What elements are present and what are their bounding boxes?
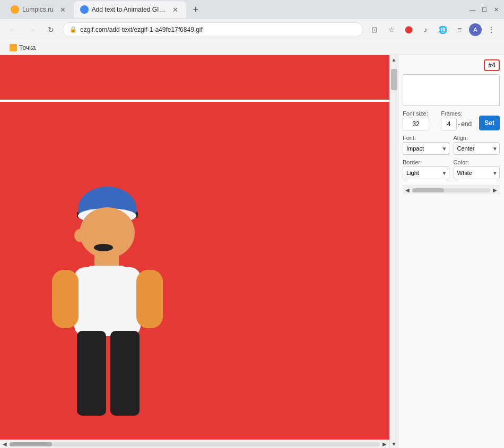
right-panel: #4 Font size: Frames: - end — [398, 55, 504, 448]
panel-scrollbar[interactable]: ◀ ▶ — [403, 186, 500, 194]
toolbar-icons: ⊡ ☆ ⬤ ♪ 🌐 ≡ A ⋮ — [367, 22, 499, 37]
menu-icon[interactable]: ≡ — [452, 22, 467, 37]
font-size-input[interactable] — [403, 118, 429, 130]
font-align-row: Font: Impact Arial Times New Roman ▼ Ali… — [403, 135, 500, 155]
svg-point-4 — [74, 229, 85, 242]
font-col: Font: Impact Arial Times New Roman ▼ — [403, 135, 449, 155]
tab-lumpics[interactable]: Lumpics.ru ✕ — [4, 1, 74, 18]
scrollbar-thumb[interactable] — [10, 442, 52, 446]
tab-close-lumpics[interactable]: ✕ — [59, 5, 67, 14]
svg-point-5 — [94, 244, 113, 251]
bookmark-bar: Точка — [0, 40, 504, 55]
address-bar: ← → ↻ 🔒 ezgif.com/add-text/ezgif-1-a49fe… — [0, 19, 504, 40]
v-scroll-thumb[interactable] — [391, 69, 397, 90]
color-col: Color: White Black Red Yellow ▼ — [454, 159, 500, 179]
border-col: Border: Light None Heavy ▼ — [403, 159, 449, 179]
character-svg — [27, 164, 186, 440]
back-button[interactable]: ← — [5, 22, 20, 37]
horizontal-scrollbar[interactable]: ◀ ▶ — [0, 440, 389, 448]
align-label: Align: — [454, 135, 500, 141]
panel-scroll-right[interactable]: ▶ — [491, 187, 499, 194]
frames-dash: - — [458, 120, 460, 128]
border-label: Border: — [403, 159, 449, 165]
font-select[interactable]: Impact Arial Times New Roman — [403, 142, 449, 155]
panel-scrollbar-track[interactable] — [412, 188, 490, 192]
title-bar: Lumpics.ru ✕ Add text to Animated GIFs -… — [0, 0, 504, 19]
svg-rect-8 — [136, 270, 163, 328]
extension-red-icon[interactable]: ⬤ — [401, 22, 416, 37]
svg-rect-7 — [52, 270, 79, 328]
panel-scroll-left[interactable]: ◀ — [404, 187, 411, 194]
color-select[interactable]: White Black Red Yellow — [454, 166, 500, 179]
frames-from-input[interactable] — [441, 118, 457, 130]
canvas-area: ◀ ▶ — [0, 55, 389, 448]
svg-rect-9 — [77, 331, 106, 416]
font-select-wrapper: Impact Arial Times New Roman ▼ — [403, 142, 449, 155]
frames-to-label: end — [461, 120, 472, 128]
border-color-row: Border: Light None Heavy ▼ Color: — [403, 159, 500, 179]
scroll-down-button[interactable]: ▼ — [390, 440, 398, 448]
music-icon[interactable]: ♪ — [418, 22, 433, 37]
frames-col: Frames: - end — [441, 110, 475, 130]
color-label: Color: — [454, 159, 500, 165]
url-bar[interactable]: 🔒 ezgif.com/add-text/ezgif-1-a49fe17f684… — [63, 22, 363, 37]
panel-scrollbar-thumb[interactable] — [412, 188, 444, 192]
new-tab-button[interactable]: + — [188, 2, 203, 17]
bookmark-label: Точка — [19, 44, 36, 51]
font-label: Font: — [403, 135, 449, 141]
frames-group: - end — [441, 118, 475, 130]
bookmark-favicon — [10, 44, 17, 51]
tab-favicon-lumpics — [11, 5, 19, 14]
text-input[interactable] — [403, 74, 500, 106]
scroll-up-button[interactable]: ▲ — [390, 55, 398, 64]
tab-label-lumpics: Lumpics.ru — [22, 6, 54, 13]
window-controls: — ☐ ✕ — [469, 6, 500, 13]
border-select[interactable]: Light None Heavy — [403, 166, 449, 179]
frame-badge: #4 — [484, 59, 500, 71]
font-frames-row: Font size: Frames: - end Set — [403, 110, 500, 130]
tab-favicon-ezgif — [80, 5, 89, 14]
set-button-col: Set — [479, 110, 500, 130]
maximize-button[interactable]: ☐ — [481, 6, 488, 13]
tab-label-ezgif: Add text to Animated GIFs - gif- — [92, 6, 166, 13]
canvas-main-frame — [0, 102, 389, 440]
svg-rect-12 — [88, 266, 126, 279]
canvas-top-frame — [0, 55, 389, 102]
browser-window: Lumpics.ru ✕ Add text to Animated GIFs -… — [0, 0, 504, 448]
refresh-button[interactable]: ↻ — [44, 22, 58, 37]
minimize-button[interactable]: — — [469, 6, 476, 13]
color-select-wrapper: White Black Red Yellow ▼ — [454, 166, 500, 179]
forward-button[interactable]: → — [24, 22, 39, 37]
url-text: ezgif.com/add-text/ezgif-1-a49fe17f6849.… — [80, 26, 203, 33]
close-button[interactable]: ✕ — [492, 6, 500, 13]
frames-label: Frames: — [441, 110, 475, 117]
align-select-wrapper: Center Left Right ▼ — [454, 142, 500, 155]
font-size-label: Font size: — [403, 110, 437, 117]
more-options-icon[interactable]: ⋮ — [484, 22, 499, 37]
globe-icon[interactable]: 🌐 — [435, 22, 450, 37]
font-size-col: Font size: — [403, 110, 437, 130]
v-scroll-track[interactable] — [390, 64, 398, 440]
scrollbar-track[interactable] — [10, 442, 380, 446]
tab-ezgif[interactable]: Add text to Animated GIFs - gif- ✕ — [74, 1, 186, 18]
align-col: Align: Center Left Right ▼ — [454, 135, 500, 155]
profile-icon[interactable]: A — [469, 23, 482, 36]
cast-icon[interactable]: ⊡ — [367, 22, 382, 37]
align-select[interactable]: Center Left Right — [454, 142, 500, 155]
lock-icon: 🔒 — [69, 26, 77, 33]
main-content: ◀ ▶ ▲ ▼ #4 Fo — [0, 55, 504, 448]
svg-rect-10 — [110, 331, 140, 416]
tab-close-ezgif[interactable]: ✕ — [171, 5, 180, 14]
set-button[interactable]: Set — [479, 116, 500, 130]
bookmark-tochka[interactable]: Точка — [5, 43, 40, 52]
scroll-right-button[interactable]: ▶ — [381, 441, 388, 448]
vertical-scrollbar[interactable]: ▲ ▼ — [389, 55, 398, 448]
bookmark-star-icon[interactable]: ☆ — [384, 22, 399, 37]
scroll-left-button[interactable]: ◀ — [1, 441, 8, 448]
font-frames-section: Font size: Frames: - end Set — [403, 110, 500, 130]
border-select-wrapper: Light None Heavy ▼ — [403, 166, 449, 179]
